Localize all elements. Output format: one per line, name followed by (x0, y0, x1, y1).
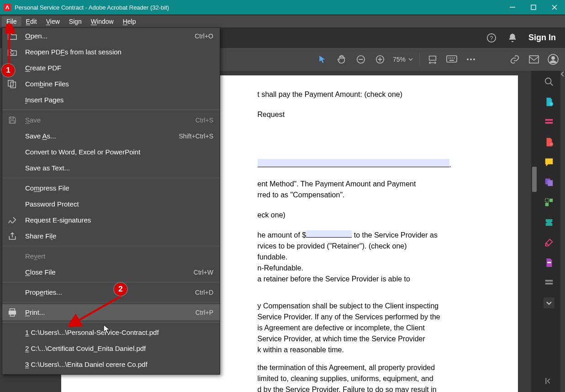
menu-item-insert-pages[interactable]: Insert Pages (2, 92, 220, 108)
doc-text: fundable. (258, 252, 495, 263)
selection-tool-icon[interactable] (316, 53, 329, 66)
bell-icon[interactable] (507, 33, 517, 43)
email-icon[interactable] (528, 53, 540, 66)
svg-rect-42 (9, 311, 16, 314)
doc-text: rred to as "Compensation". (258, 190, 495, 201)
menu-item-password[interactable]: Password Protect (2, 196, 220, 212)
menu-item-save-as[interactable]: Save As...Shift+Ctrl+S (2, 128, 220, 144)
search-icon[interactable] (544, 76, 554, 87)
sign-icon[interactable] (544, 237, 554, 248)
callout-2: 2 (114, 283, 127, 296)
svg-rect-32 (549, 199, 553, 202)
svg-rect-14 (454, 58, 455, 58)
zoom-in-icon[interactable] (374, 53, 386, 66)
combine-files-icon (7, 79, 18, 89)
svg-point-21 (551, 56, 555, 60)
profile-icon[interactable] (547, 53, 560, 66)
svg-rect-30 (548, 180, 553, 186)
doc-text: limited to, cleaning supplies, uniforms,… (258, 373, 495, 384)
svg-point-22 (545, 78, 551, 84)
vertical-scrollbar[interactable] (531, 71, 538, 392)
menu-item-recent-2[interactable]: 2 C:\...\Certificat Covid_Enita Daniel.p… (2, 340, 220, 356)
svg-text:+: + (550, 142, 552, 146)
menu-item-revert: Revert (2, 248, 220, 264)
svg-rect-1 (531, 5, 536, 10)
menu-item-close-file[interactable]: Close FileCtrl+W (2, 264, 220, 280)
svg-point-16 (467, 58, 469, 60)
svg-rect-31 (545, 199, 549, 202)
pan-tool-icon[interactable] (335, 53, 348, 66)
export-pdf-icon[interactable]: + (544, 96, 554, 107)
edit-pdf-icon[interactable] (544, 117, 554, 127)
svg-rect-9 (429, 56, 436, 60)
svg-line-45 (73, 296, 121, 323)
svg-rect-15 (449, 60, 454, 61)
shortcut-text: Ctrl+D (195, 289, 213, 296)
expand-panel-tab[interactable] (560, 71, 565, 392)
menu-item-share[interactable]: Share File (2, 228, 220, 244)
collapse-panel-icon[interactable] (544, 376, 554, 387)
svg-rect-8 (380, 57, 380, 61)
maximize-button[interactable] (523, 0, 544, 15)
svg-rect-12 (450, 58, 451, 58)
menu-item-open[interactable]: Open... Ctrl+O (2, 28, 220, 44)
menu-item-save-text[interactable]: Save as Text... (2, 160, 220, 176)
svg-rect-0 (510, 7, 515, 8)
more-tools-icon[interactable] (465, 53, 477, 66)
window-title: Personal Service Contract - Adobe Acroba… (15, 4, 502, 11)
doc-text: the termination of this Agreement, all p… (258, 362, 495, 373)
window-controls (502, 0, 565, 15)
svg-rect-25 (545, 119, 553, 121)
shortcut-text: Ctrl+W (194, 269, 213, 276)
svg-rect-33 (545, 203, 549, 206)
menu-help[interactable]: Help (118, 16, 141, 26)
zoom-out-icon[interactable] (354, 53, 367, 66)
combine-icon[interactable] (544, 177, 554, 188)
menu-item-create-pdf[interactable]: Create PDF (2, 60, 220, 76)
keyboard-icon[interactable] (445, 53, 458, 66)
close-button[interactable] (544, 0, 565, 15)
zoom-level[interactable]: 75% (393, 56, 413, 63)
compress-icon[interactable] (544, 217, 554, 228)
menu-item-combine[interactable]: Combine Files (2, 76, 220, 92)
doc-text: n-Refundable. (258, 263, 495, 274)
menu-window[interactable]: Window (86, 16, 118, 26)
redact-icon[interactable] (544, 257, 554, 268)
title-bar: Personal Service Contract - Adobe Acroba… (0, 0, 565, 15)
arrow-annotation-2 (69, 292, 128, 329)
help-icon[interactable]: ? (486, 33, 496, 43)
link-icon[interactable] (508, 53, 521, 66)
menu-edit[interactable]: Edit (21, 16, 42, 26)
menu-view[interactable]: View (42, 16, 64, 26)
menu-item-recent-3[interactable]: 3 C:\Users\...\Enita Daniel cerere Co.pd… (2, 356, 220, 372)
menu-item-esign[interactable]: Request E-signatures (2, 212, 220, 228)
menu-item-save: Save Ctrl+S (2, 112, 220, 128)
scrollbar-thumb[interactable] (532, 167, 537, 192)
more-tools-chevron-icon[interactable] (544, 297, 554, 308)
organize-icon[interactable] (544, 197, 554, 208)
svg-rect-34 (547, 262, 551, 263)
menu-item-reopen[interactable]: Reopen PDFs from last session (2, 44, 220, 60)
svg-rect-13 (452, 58, 453, 58)
create-pdf-icon[interactable]: + (544, 137, 554, 148)
svg-rect-11 (449, 58, 449, 58)
comment-icon[interactable] (544, 157, 554, 168)
minimize-button[interactable] (502, 0, 523, 15)
share-icon (7, 231, 18, 241)
zoom-level-text: 75% (393, 56, 406, 63)
protect-icon[interactable] (544, 277, 554, 288)
doc-text: he amount of $ (258, 231, 306, 239)
menu-item-convert[interactable]: Convert to Word, Excel or PowerPoint (2, 144, 220, 160)
menu-sign[interactable]: Sign (64, 16, 86, 26)
signature-icon (7, 215, 18, 225)
doc-text: d by the Service Provider. Failure to do… (258, 384, 495, 392)
sign-in-button[interactable]: Sign In (528, 33, 556, 42)
fit-width-icon[interactable] (426, 53, 439, 66)
arrow-annotation-1 (5, 24, 15, 66)
menu-item-compress[interactable]: Compress File (2, 180, 220, 196)
svg-rect-40 (11, 120, 14, 123)
right-tool-panel: + + (538, 71, 560, 392)
svg-point-18 (473, 58, 475, 60)
save-icon (7, 115, 18, 125)
doc-text: ent Method". The Payment Amount and Paym… (258, 179, 495, 190)
